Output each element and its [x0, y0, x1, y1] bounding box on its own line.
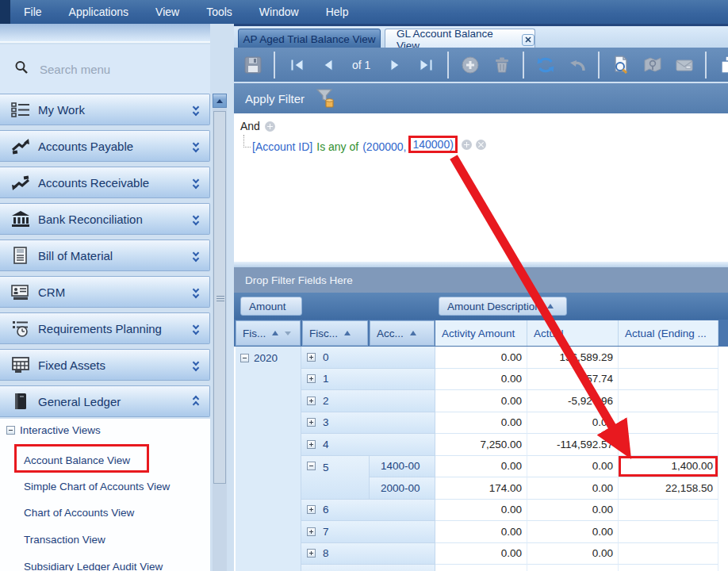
period-row-header[interactable]: 1	[301, 369, 435, 391]
sidebar-item-accounts-payable[interactable]: Accounts Payable	[0, 130, 210, 162]
period-row-header[interactable]: 0	[301, 347, 435, 369]
sidebar-item-bill-of-material[interactable]: Bill of Material	[0, 240, 210, 271]
filter-field[interactable]: [Account ID]	[252, 140, 312, 153]
tab-ap-aged-trial-balance-view[interactable]: AP Aged Trial Balance View	[238, 29, 381, 50]
row-header-account[interactable]: Acc...	[370, 320, 435, 346]
menu-notch	[0, 0, 10, 24]
collapse-icon[interactable]	[307, 462, 316, 470]
tab-close-button[interactable]	[522, 34, 535, 46]
filter-conjunction[interactable]: And	[240, 120, 260, 132]
toolbar-separator	[705, 52, 707, 79]
main-pane: AP Aged Trial Balance View GL Account Ba…	[234, 24, 728, 571]
period-row-header[interactable]: 2	[301, 390, 435, 412]
save-button[interactable]	[242, 54, 263, 75]
apply-filter-bar[interactable]: Apply Filter	[234, 83, 728, 113]
menu-window[interactable]: Window	[246, 0, 312, 24]
expand-icon[interactable]	[307, 374, 316, 383]
row-header-fiscal-year[interactable]: Fis...	[236, 320, 301, 346]
tab-gl-account-balance-view[interactable]: GL Account Balance View	[385, 29, 535, 50]
period-row-header-partial[interactable]	[301, 565, 435, 571]
filter-values[interactable]: (200000,	[362, 140, 406, 153]
period-row-header[interactable]: 6	[301, 500, 435, 522]
tree-item-subsidiary-ledger-audit-view[interactable]: Subsidiary Ledger Audit View	[24, 561, 163, 571]
add-condition-icon[interactable]	[265, 121, 275, 132]
delete-record-button[interactable]	[491, 54, 512, 75]
sidebar-item-general-ledger[interactable]: General Ledger	[0, 385, 210, 417]
undo-button[interactable]	[566, 54, 588, 75]
expand-icon[interactable]	[307, 353, 316, 362]
period-row-header[interactable]: 3	[301, 412, 435, 435]
account-row-header[interactable]: 2000-00	[370, 477, 435, 500]
search-icon	[0, 60, 29, 78]
search-input[interactable]	[40, 63, 182, 76]
grid-body: 2020 0 0.00 136,589.29 1 0.00 657.74 2 0…	[234, 347, 728, 571]
last-record-button[interactable]	[416, 54, 437, 75]
expand-icon[interactable]	[307, 440, 316, 449]
first-record-button[interactable]	[285, 54, 307, 75]
sidebar-item-bank-reconciliation[interactable]: Bank Reconciliation	[0, 203, 210, 235]
cell-activity: 0.00	[435, 500, 527, 522]
expand-icon[interactable]	[307, 527, 316, 536]
sidebar-item-crm[interactable]: CRM	[0, 276, 210, 308]
period-label: 2	[323, 395, 329, 407]
collapse-icon[interactable]	[6, 426, 15, 435]
tree-item-account-balance-view[interactable]: Account Balance View	[24, 454, 130, 466]
print-preview-button[interactable]	[610, 54, 631, 75]
column-header-actual[interactable]: Actual	[527, 320, 619, 346]
tree-group-interactive-views[interactable]: Interactive Views	[6, 424, 101, 436]
expand-icon[interactable]	[307, 418, 316, 427]
menu-applications[interactable]: Applications	[56, 0, 143, 24]
mail-button[interactable]	[673, 54, 695, 75]
map-button[interactable]	[642, 54, 663, 75]
menu-view[interactable]: View	[142, 0, 193, 24]
row-header-fiscal-period[interactable]: Fisc...	[302, 320, 368, 346]
expand-icon[interactable]	[307, 505, 316, 514]
period-row-header[interactable]: 7	[301, 521, 435, 543]
field-button-amount[interactable]: Amount	[240, 297, 302, 316]
collapse-icon[interactable]	[240, 354, 249, 362]
add-record-button[interactable]	[459, 54, 481, 75]
column-header-activity-amount[interactable]: Activity Amount	[435, 320, 527, 346]
mail-icon	[674, 55, 695, 75]
next-record-button[interactable]	[384, 54, 405, 75]
menu-tools[interactable]: Tools	[193, 0, 246, 24]
year-label: 2020	[254, 352, 278, 364]
horizontal-splitter[interactable]	[234, 262, 728, 267]
add-value-icon[interactable]	[462, 140, 472, 150]
tree-elbow-icon	[243, 135, 251, 148]
header-label: Acc...	[377, 328, 404, 339]
tree-item-chart-of-accounts-view[interactable]: Chart of Accounts View	[24, 507, 134, 519]
expand-icon[interactable]	[307, 549, 316, 558]
period-row-header-expanded[interactable]: 5	[301, 456, 370, 500]
filter-operator[interactable]: Is any of	[316, 140, 358, 153]
field-label: Amount	[249, 301, 286, 312]
scrollbar-thumb[interactable]	[213, 111, 226, 484]
refresh-button[interactable]	[535, 54, 556, 75]
sidebar-item-fixed-assets[interactable]: Fixed Assets	[0, 349, 210, 381]
tree-item-transaction-view[interactable]: Transaction View	[24, 534, 105, 546]
period-label: 6	[323, 504, 329, 515]
tree-item-simple-chart-of-accounts-view[interactable]: Simple Chart of Accounts View	[24, 481, 170, 492]
sidebar-item-accounts-receivable[interactable]: Accounts Receivable	[0, 167, 210, 198]
chevron-double-down-icon	[193, 324, 198, 334]
copy-button[interactable]	[717, 54, 728, 75]
sidebar-item-my-work[interactable]: My Work	[0, 94, 210, 125]
filter-dropdown-icon[interactable]	[285, 331, 291, 335]
previous-record-button[interactable]	[317, 54, 339, 75]
menu-file[interactable]: File	[10, 0, 56, 24]
account-row-header[interactable]: 1400-00	[370, 456, 435, 478]
period-row-header[interactable]: 8	[301, 543, 435, 565]
menu-help[interactable]: Help	[312, 0, 362, 24]
period-label: 3	[323, 416, 329, 428]
filter-drop-zone[interactable]: Drop Filter Fields Here	[234, 267, 728, 293]
remove-condition-icon[interactable]	[476, 140, 486, 150]
scrollbar-up-button[interactable]	[213, 94, 227, 108]
expand-icon[interactable]	[307, 397, 316, 405]
column-header-actual-ending[interactable]: Actual (Ending ...	[619, 320, 718, 346]
filter-value-highlighted[interactable]: 140000)	[408, 136, 457, 153]
period-row-header[interactable]: 4	[301, 434, 435, 456]
sidebar-scrollbar[interactable]	[213, 94, 227, 571]
field-button-amount-description[interactable]: Amount Description	[439, 297, 567, 316]
cell-actual: 0.00	[527, 412, 619, 435]
sidebar-item-requirements-planning[interactable]: Requirements Planning	[0, 312, 210, 344]
